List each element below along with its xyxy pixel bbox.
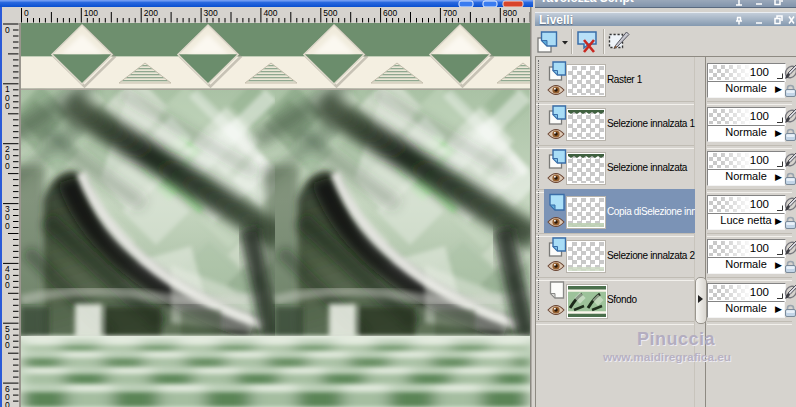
- svg-text:0: 0: [5, 101, 10, 111]
- svg-text:0: 0: [5, 221, 10, 231]
- svg-text:0: 0: [5, 161, 10, 171]
- svg-text:0: 0: [5, 340, 10, 350]
- svg-text:0: 0: [5, 25, 10, 35]
- svg-text:500: 500: [323, 8, 337, 18]
- svg-text:300: 300: [204, 8, 218, 18]
- svg-text:100: 100: [84, 8, 98, 18]
- svg-text:700: 700: [443, 8, 457, 18]
- svg-text:200: 200: [144, 8, 158, 18]
- svg-text:0: 0: [24, 8, 29, 18]
- svg-text:0: 0: [5, 280, 10, 290]
- svg-text:800: 800: [503, 8, 517, 18]
- svg-text:600: 600: [383, 8, 397, 18]
- svg-text:0: 0: [5, 400, 10, 407]
- svg-text:400: 400: [263, 8, 277, 18]
